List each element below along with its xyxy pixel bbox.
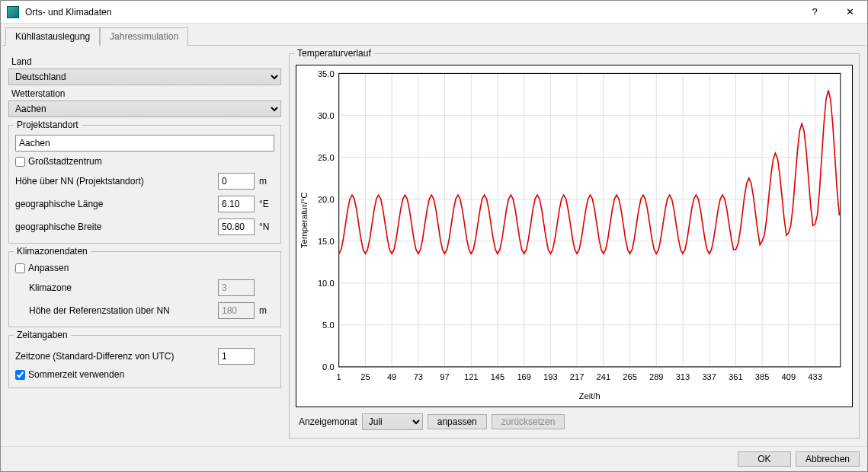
ok-button[interactable]: OK bbox=[738, 451, 791, 467]
svg-text:20.0: 20.0 bbox=[318, 195, 335, 204]
svg-text:121: 121 bbox=[464, 372, 479, 381]
climatezone-label: Klimazone bbox=[29, 282, 218, 293]
svg-text:241: 241 bbox=[597, 372, 611, 381]
svg-text:15.0: 15.0 bbox=[318, 237, 335, 246]
svg-text:385: 385 bbox=[755, 372, 770, 381]
svg-text:265: 265 bbox=[623, 372, 637, 381]
land-label: Land bbox=[11, 56, 281, 67]
svg-text:409: 409 bbox=[782, 372, 796, 381]
longitude-input[interactable] bbox=[218, 196, 255, 212]
svg-text:217: 217 bbox=[570, 372, 585, 381]
tab-cooling-design[interactable]: Kühllastauslegung bbox=[5, 27, 100, 46]
close-button[interactable]: ✕ bbox=[832, 1, 867, 24]
height-label: Höhe über NN (Projektstandort) bbox=[15, 176, 218, 187]
svg-text:73: 73 bbox=[414, 372, 423, 381]
svg-text:145: 145 bbox=[491, 372, 505, 381]
weatherstation-label: Wetterstation bbox=[11, 88, 281, 99]
svg-text:313: 313 bbox=[676, 372, 690, 381]
temperature-chart: 0.05.010.015.020.025.030.035.01254973971… bbox=[296, 65, 853, 407]
display-month-select[interactable]: Juli bbox=[362, 413, 423, 430]
latitude-unit: °N bbox=[255, 222, 274, 232]
height-unit: m bbox=[255, 176, 274, 187]
display-month-label: Anzeigemonat bbox=[299, 416, 357, 427]
latitude-input[interactable] bbox=[218, 218, 255, 235]
svg-text:35.0: 35.0 bbox=[318, 69, 335, 78]
window-title: Orts- und Klimadaten bbox=[25, 7, 797, 18]
svg-text:0.0: 0.0 bbox=[322, 362, 334, 372]
app-icon bbox=[7, 6, 19, 18]
svg-text:193: 193 bbox=[543, 372, 558, 381]
svg-text:30.0: 30.0 bbox=[318, 111, 335, 120]
refstation-height-label: Höhe der Referenzstation über NN bbox=[29, 305, 218, 316]
climatezone-input bbox=[218, 279, 255, 296]
svg-text:361: 361 bbox=[729, 372, 743, 381]
refstation-height-unit: m bbox=[255, 305, 274, 316]
svg-text:10.0: 10.0 bbox=[318, 279, 335, 288]
longitude-label: geographische Länge bbox=[15, 199, 218, 209]
bigcity-label: Großstadtzentrum bbox=[28, 156, 102, 167]
tab-strip: Kühllastauslegung Jahressimulation bbox=[1, 27, 867, 45]
dst-checkbox[interactable] bbox=[15, 370, 25, 380]
svg-text:97: 97 bbox=[440, 372, 449, 381]
latitude-label: geographische Breite bbox=[15, 222, 218, 232]
svg-text:5.0: 5.0 bbox=[322, 321, 334, 330]
timezone-label: Zeitzone (Standard-Differenz von UTC) bbox=[15, 351, 218, 362]
weatherstation-select[interactable]: Aachen bbox=[8, 100, 281, 117]
height-input[interactable] bbox=[218, 173, 255, 190]
chart-reset-button: zurücksetzen bbox=[492, 414, 565, 429]
project-name-input[interactable] bbox=[15, 135, 274, 151]
climatezone-title: Klimazonendaten bbox=[14, 246, 91, 257]
svg-text:25: 25 bbox=[360, 372, 370, 381]
climate-adjust-label: Anpassen bbox=[28, 263, 69, 273]
longitude-unit: °E bbox=[255, 199, 274, 209]
timezone-input[interactable] bbox=[218, 348, 255, 365]
time-title: Zeitangaben bbox=[14, 330, 71, 340]
climatezone-group: Klimazonendaten Anpassen Klimazone Höhe … bbox=[8, 251, 281, 327]
svg-text:49: 49 bbox=[387, 372, 396, 381]
svg-text:1: 1 bbox=[337, 372, 341, 381]
svg-text:25.0: 25.0 bbox=[318, 153, 335, 162]
svg-text:Zeit/h: Zeit/h bbox=[579, 391, 601, 400]
bigcity-checkbox[interactable] bbox=[15, 157, 25, 167]
project-location-group: Projektstandort Großstadtzentrum Höhe üb… bbox=[8, 125, 281, 244]
project-location-title: Projektstandort bbox=[14, 120, 82, 130]
temperature-curve-title: Temperaturverlauf bbox=[294, 48, 374, 59]
svg-text:337: 337 bbox=[702, 372, 716, 381]
refstation-height-input bbox=[218, 302, 255, 319]
time-group: Zeitangaben Zeitzone (Standard-Differenz… bbox=[8, 335, 281, 388]
help-button[interactable]: ? bbox=[797, 1, 832, 24]
land-select[interactable]: Deutschland bbox=[8, 69, 281, 85]
svg-text:Temperatur/°C: Temperatur/°C bbox=[299, 192, 309, 248]
cancel-button[interactable]: Abbrechen bbox=[796, 451, 860, 467]
svg-rect-54 bbox=[339, 73, 841, 366]
svg-text:169: 169 bbox=[517, 372, 531, 381]
dst-label: Sommerzeit verwenden bbox=[28, 369, 124, 380]
chart-adjust-button[interactable]: anpassen bbox=[428, 414, 487, 429]
temperature-curve-group: Temperaturverlauf 0.05.010.015.020.025.0… bbox=[289, 53, 860, 439]
titlebar: Orts- und Klimadaten ? ✕ bbox=[1, 1, 867, 24]
tab-annual-simulation[interactable]: Jahressimulation bbox=[100, 27, 188, 46]
svg-text:433: 433 bbox=[808, 372, 822, 381]
climate-adjust-checkbox[interactable] bbox=[15, 263, 25, 273]
svg-text:289: 289 bbox=[649, 372, 664, 381]
